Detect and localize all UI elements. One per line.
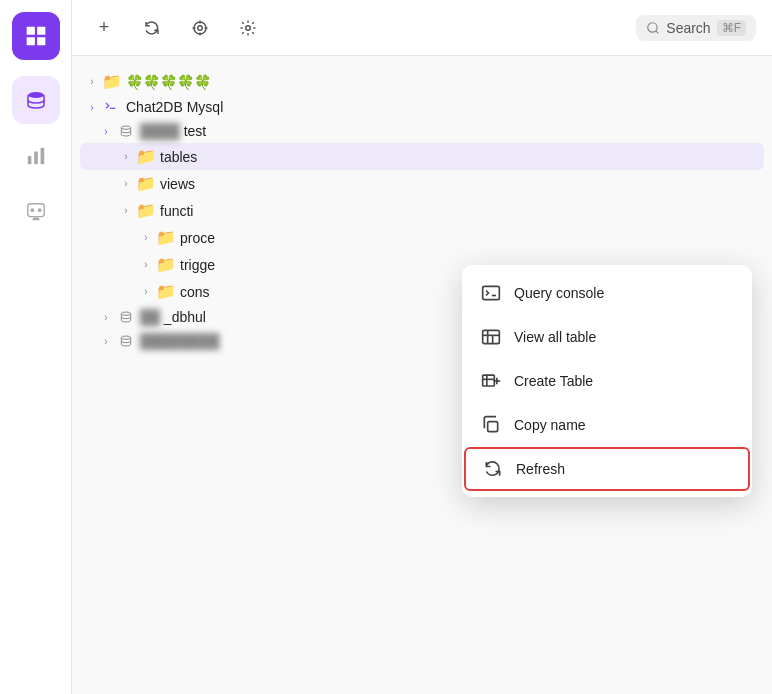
tree-label: Chat2DB Mysql: [126, 99, 223, 115]
settings-button[interactable]: [232, 12, 264, 44]
chevron-right-icon: ›: [86, 76, 98, 87]
chevron-down-icon: ›: [100, 126, 112, 137]
tree-item-functions[interactable]: › 📁 functi: [80, 197, 764, 224]
svg-rect-1: [27, 156, 31, 164]
context-menu: Query console View all table: [462, 265, 752, 497]
search-icon: [646, 21, 660, 35]
svg-rect-4: [27, 204, 44, 217]
chevron-right-icon: ›: [120, 151, 132, 162]
chevron-right-icon: ›: [140, 286, 152, 297]
tree-item-tables[interactable]: › 📁 tables: [80, 143, 764, 170]
toolbar: +: [72, 0, 772, 56]
svg-line-15: [656, 30, 659, 33]
app-logo[interactable]: [12, 12, 60, 60]
menu-item-copy-name[interactable]: Copy name: [462, 403, 752, 447]
database-icon: [118, 333, 134, 349]
menu-item-label: Refresh: [516, 461, 565, 477]
svg-point-13: [246, 25, 251, 30]
tree-label: proce: [180, 230, 215, 246]
menu-item-view-all-table[interactable]: View all table: [462, 315, 752, 359]
menu-item-label: Query console: [514, 285, 604, 301]
svg-rect-26: [483, 375, 495, 386]
chevron-right-icon: ›: [100, 336, 112, 347]
tree-item-views[interactable]: › 📁 views: [80, 170, 764, 197]
main-panel: +: [72, 0, 772, 694]
svg-point-14: [648, 22, 657, 31]
svg-rect-3: [40, 148, 44, 165]
menu-item-label: Copy name: [514, 417, 586, 433]
svg-rect-20: [483, 286, 500, 299]
add-button[interactable]: +: [88, 12, 120, 44]
refresh-toolbar-button[interactable]: [136, 12, 168, 44]
svg-point-17: [121, 126, 130, 129]
tree-label-blurred: ████: [140, 123, 180, 139]
svg-point-8: [198, 25, 203, 30]
tree-item-test-db[interactable]: › ████ test: [80, 119, 764, 143]
svg-rect-2: [34, 151, 38, 164]
search-label: Search: [666, 20, 710, 36]
database-icon: [118, 309, 134, 325]
refresh-icon: [482, 458, 504, 480]
sidebar-item-database[interactable]: [12, 76, 60, 124]
tree-item-procedures[interactable]: › 📁 proce: [80, 224, 764, 251]
svg-point-7: [194, 22, 206, 34]
tree-item-chat2db[interactable]: › Chat2DB Mysql: [80, 95, 764, 119]
svg-point-19: [121, 336, 130, 339]
svg-point-6: [37, 208, 41, 212]
svg-point-18: [121, 312, 130, 315]
search-shortcut: ⌘F: [717, 20, 746, 36]
chevron-right-icon: ›: [140, 259, 152, 270]
chevron-right-icon: ›: [100, 312, 112, 323]
menu-item-label: View all table: [514, 329, 596, 345]
tree-label: views: [160, 176, 195, 192]
menu-item-label: Create Table: [514, 373, 593, 389]
sidebar-item-chart[interactable]: [12, 132, 60, 180]
database-icon: [118, 123, 134, 139]
chevron-right-icon: ›: [140, 232, 152, 243]
chevron-right-icon: ›: [120, 178, 132, 189]
menu-item-refresh[interactable]: Refresh: [464, 447, 750, 491]
tree-label: functi: [160, 203, 193, 219]
svg-rect-22: [483, 330, 500, 343]
tree-label: cons: [180, 284, 210, 300]
svg-point-5: [30, 208, 34, 212]
table-icon: [480, 326, 502, 348]
tree-label: 🍀🍀🍀🍀🍀: [126, 74, 211, 90]
sidebar: [0, 0, 72, 694]
tree-item-emoji-folder[interactable]: › 📁 🍀🍀🍀🍀🍀: [80, 68, 764, 95]
sidebar-item-ai[interactable]: [12, 188, 60, 236]
terminal-icon: [480, 282, 502, 304]
target-button[interactable]: [184, 12, 216, 44]
chevron-down-icon: ›: [86, 102, 98, 113]
copy-icon: [480, 414, 502, 436]
menu-item-query-console[interactable]: Query console: [462, 271, 752, 315]
tree-label-blurred: ████████: [140, 333, 219, 349]
tree-label: test: [184, 123, 207, 139]
create-table-icon: [480, 370, 502, 392]
svg-point-0: [28, 92, 44, 98]
tree-label: tables: [160, 149, 197, 165]
connection-icon: [104, 99, 120, 115]
chevron-down-icon: ›: [120, 205, 132, 216]
tree-label: _dbhul: [164, 309, 206, 325]
menu-item-create-table[interactable]: Create Table: [462, 359, 752, 403]
svg-rect-31: [488, 422, 498, 432]
tree-label: trigge: [180, 257, 215, 273]
tree-label-blurred: ██: [140, 309, 160, 325]
search-box[interactable]: Search ⌘F: [636, 15, 756, 41]
